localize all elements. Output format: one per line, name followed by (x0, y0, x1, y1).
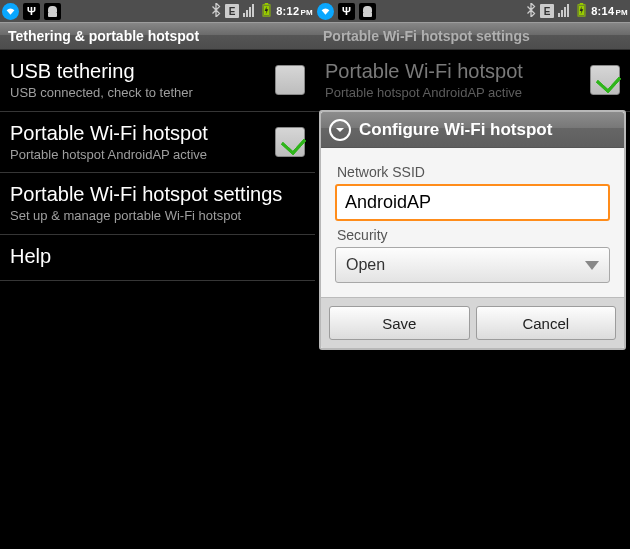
item-usb-tethering[interactable]: USB tethering USB connected, check to te… (0, 50, 315, 112)
usb-icon: Ψ (338, 3, 355, 20)
svg-rect-7 (558, 13, 560, 17)
data-e-icon: E (225, 4, 239, 18)
dialog-buttons: Save Cancel (321, 297, 624, 348)
item-title: Portable Wi-Fi hotspot settings (10, 183, 305, 206)
bluetooth-icon (211, 3, 221, 19)
status-bar: Ψ E 8:14PM (315, 0, 630, 22)
item-subtitle: USB connected, check to tether (10, 85, 265, 101)
status-bar: Ψ E 8:12PM (0, 0, 315, 22)
security-select[interactable]: Open (335, 247, 610, 283)
item-hotspot-settings[interactable]: Portable Wi-Fi hotspot settings Set up &… (0, 173, 315, 235)
android-icon (44, 3, 61, 20)
item-title: Help (10, 245, 305, 268)
status-right: E 8:12PM (211, 3, 313, 19)
svg-rect-1 (246, 10, 248, 17)
svg-rect-8 (561, 10, 563, 17)
item-subtitle: Portable hotspot AndroidAP active (325, 85, 580, 101)
battery-icon (261, 3, 272, 19)
status-left: Ψ (317, 3, 376, 20)
usb-icon: Ψ (23, 3, 40, 20)
svg-rect-9 (564, 7, 566, 17)
checkbox[interactable] (275, 65, 305, 95)
svg-rect-3 (252, 4, 254, 17)
item-title: Portable Wi-Fi hotspot (10, 122, 265, 145)
battery-icon (576, 3, 587, 19)
svg-rect-10 (567, 4, 569, 17)
configure-hotspot-dialog: Configure Wi-Fi hotspot Network SSID Sec… (319, 110, 626, 350)
ssid-input[interactable] (335, 184, 610, 221)
item-title: USB tethering (10, 60, 265, 83)
bluetooth-icon (526, 3, 536, 19)
page-title: Tethering & portable hotspot (0, 22, 315, 50)
status-left: Ψ (2, 3, 61, 20)
chevron-down-icon (585, 261, 599, 270)
data-e-icon: E (540, 4, 554, 18)
checkbox[interactable] (275, 127, 305, 157)
signal-icon (558, 3, 572, 19)
wifi-icon (2, 3, 19, 20)
security-value: Open (346, 256, 385, 274)
item-help[interactable]: Help (0, 235, 315, 281)
chevron-down-icon (329, 119, 351, 141)
item-title: Portable Wi-Fi hotspot (325, 60, 580, 83)
signal-icon (243, 3, 257, 19)
ssid-label: Network SSID (337, 164, 608, 180)
item-portable-wifi-hotspot: Portable Wi-Fi hotspot Portable hotspot … (315, 50, 630, 112)
item-subtitle: Portable hotspot AndroidAP active (10, 147, 265, 163)
security-label: Security (337, 227, 608, 243)
clock: 8:14PM (591, 5, 628, 17)
cancel-button[interactable]: Cancel (476, 306, 617, 340)
svg-rect-0 (243, 13, 245, 17)
page-title: Portable Wi-Fi hotspot settings (315, 22, 630, 50)
android-icon (359, 3, 376, 20)
save-button[interactable]: Save (329, 306, 470, 340)
phone-left: Ψ E 8:12PM Tethering & portable hotspot … (0, 0, 315, 549)
dialog-title-bar: Configure Wi-Fi hotspot (321, 112, 624, 148)
status-right: E 8:14PM (526, 3, 628, 19)
svg-rect-2 (249, 7, 251, 17)
checkbox (590, 65, 620, 95)
item-subtitle: Set up & manage portable Wi-Fi hotspot (10, 208, 305, 224)
wifi-icon (317, 3, 334, 20)
clock: 8:12PM (276, 5, 313, 17)
dialog-body: Network SSID Security Open (321, 148, 624, 297)
item-portable-wifi-hotspot[interactable]: Portable Wi-Fi hotspot Portable hotspot … (0, 112, 315, 174)
phone-right: Ψ E 8:14PM Portable Wi-Fi hotspot settin… (315, 0, 630, 549)
dialog-title: Configure Wi-Fi hotspot (359, 120, 552, 140)
